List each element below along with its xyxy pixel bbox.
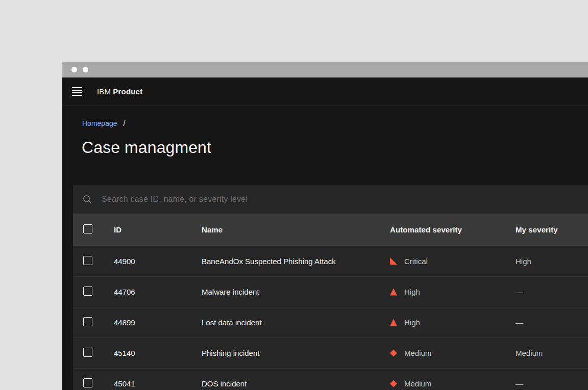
browser-window: IBMProduct Homepage / Case managment ID (62, 62, 588, 390)
medium-severity-icon (390, 350, 397, 357)
case-table: ID Name Automated severity My severity 4… (73, 185, 588, 390)
breadcrumb-link-homepage[interactable]: Homepage (82, 119, 117, 128)
brand-link[interactable]: IBMProduct (97, 87, 142, 96)
critical-severity-icon (390, 257, 397, 265)
severity-label: High (404, 318, 420, 327)
row-checkbox[interactable] (83, 256, 92, 265)
row-checkbox[interactable] (83, 287, 92, 296)
table-row: 45041 DOS incident Medium — (73, 368, 588, 390)
high-severity-icon (390, 289, 397, 296)
page-content: Homepage / Case managment ID Name Automa… (62, 106, 588, 390)
automated-severity-cell: Medium (382, 349, 507, 357)
page-title: Case managment (82, 138, 588, 157)
table-header-row: ID Name Automated severity My severity (73, 214, 588, 246)
column-header-automated-severity: Automated severity (382, 225, 507, 234)
high-severity-icon (390, 319, 397, 326)
breadcrumb: Homepage / (62, 106, 588, 128)
row-my-severity: — (507, 379, 588, 388)
row-name: Phishing incident (193, 349, 382, 357)
table-row: 45140 Phishing incident Medium Medium (73, 337, 588, 368)
table-row: 44706 Malware incident High — (73, 276, 588, 307)
menu-icon[interactable] (72, 87, 82, 96)
window-dot[interactable] (83, 67, 88, 72)
automated-severity-cell: High (382, 318, 507, 327)
search-input[interactable] (102, 195, 588, 204)
table-row: 44899 Lost data incident High — (73, 307, 588, 337)
row-my-severity: — (507, 288, 588, 296)
brand-prefix: IBM (97, 87, 111, 96)
select-all-checkbox[interactable] (83, 224, 92, 233)
severity-label: Medium (404, 349, 431, 357)
row-checkbox[interactable] (83, 378, 92, 387)
severity-label: Critical (404, 257, 428, 266)
column-header-id: ID (106, 225, 193, 234)
row-my-severity: High (507, 257, 588, 266)
row-name: Lost data incident (193, 318, 382, 327)
column-header-my-severity: My severity (507, 225, 588, 234)
row-id: 44900 (106, 257, 193, 266)
severity-label: High (404, 288, 420, 296)
row-my-severity: Medium (507, 349, 588, 357)
row-my-severity: — (507, 318, 588, 327)
column-header-name: Name (193, 225, 382, 234)
row-id: 45041 (106, 379, 193, 388)
row-id: 45140 (106, 349, 193, 357)
window-dot[interactable] (71, 67, 77, 72)
automated-severity-cell: Medium (382, 379, 507, 388)
brand-name: Product (113, 87, 142, 96)
search-icon (82, 194, 92, 204)
table-body: 44900 BaneAndOx Suspected Phishing Attac… (73, 246, 588, 390)
breadcrumb-separator: / (124, 119, 126, 128)
medium-severity-icon (390, 380, 397, 387)
automated-severity-cell: Critical (382, 257, 507, 266)
severity-label: Medium (404, 379, 431, 388)
row-name: BaneAndOx Suspected Phishing Attack (193, 257, 382, 266)
row-name: Malware incident (193, 288, 382, 296)
row-checkbox[interactable] (83, 348, 92, 357)
app-header: IBMProduct (62, 77, 588, 106)
row-name: DOS incident (193, 379, 382, 388)
row-id: 44706 (106, 288, 193, 296)
table-row: 44900 BaneAndOx Suspected Phishing Attac… (73, 246, 588, 276)
automated-severity-cell: High (382, 288, 507, 296)
table-search-bar (73, 185, 588, 214)
window-titlebar (62, 62, 588, 77)
row-id: 44899 (106, 318, 193, 327)
row-checkbox[interactable] (83, 317, 92, 326)
